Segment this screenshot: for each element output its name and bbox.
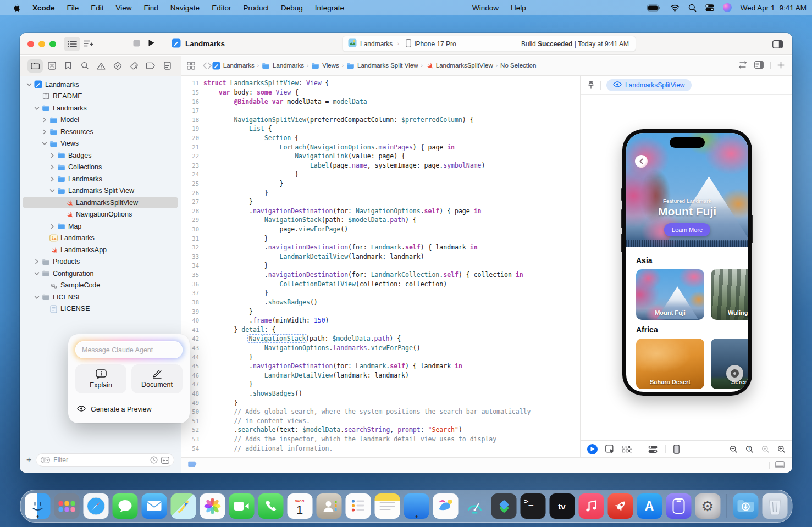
tree-item-badges[interactable]: Badges (20, 149, 181, 162)
dock-messages-icon[interactable] (112, 493, 137, 519)
code-line-16[interactable]: 16 @Bindable var modelData = modelData (181, 97, 580, 106)
dock-facetime-icon[interactable] (229, 493, 254, 519)
tree-item-landmarkssplitview[interactable]: LandmarksSplitView (20, 197, 181, 209)
tree-item-landmarks-split-view[interactable]: Landmarks Split View (20, 185, 181, 197)
code-line-22[interactable]: 22 NavigationLink(value: page) { (181, 152, 580, 161)
inspector-toggle-icon[interactable] (769, 37, 786, 51)
disclosure-closed-icon[interactable] (48, 153, 56, 158)
scheme-pill[interactable]: Landmarks › iPhone 17 Pro Build Succeede… (342, 36, 636, 52)
landmark-card-wulingyuan[interactable]: Wulingyuan (711, 269, 748, 320)
code-line-18[interactable]: 18 NavigationSplitView(preferredCompactC… (181, 115, 580, 124)
code-line-21[interactable]: 21 ForEach(NavigationOptions.mainPages) … (181, 142, 580, 152)
related-items-icon[interactable] (187, 62, 195, 70)
landmark-card-sahara-desert[interactable]: Sahara Desert (636, 339, 704, 389)
siri-icon[interactable] (723, 3, 732, 12)
flag-icon[interactable] (188, 461, 198, 470)
dock-xcode-icon[interactable] (404, 493, 429, 519)
code-line-36[interactable]: 36 CollectionDetailView(collection: coll… (181, 279, 580, 289)
debug-navigator-icon[interactable] (126, 59, 142, 73)
back-button[interactable] (635, 155, 648, 168)
menu-xcode[interactable]: Xcode (26, 4, 61, 12)
control-center-icon[interactable] (705, 3, 714, 12)
add-editor-icon[interactable] (777, 62, 785, 70)
tree-item-samplecode[interactable]: SampleCode (20, 280, 181, 292)
tree-item-views[interactable]: Views (20, 138, 181, 150)
variants-icon[interactable] (622, 446, 632, 453)
tree-item-landmarks[interactable]: Landmarks (20, 173, 181, 185)
breakpoint-navigator-icon[interactable] (143, 59, 158, 73)
disclosure-open-icon[interactable] (33, 106, 41, 111)
disclosure-closed-icon[interactable] (41, 117, 48, 123)
dock-simulator-icon[interactable] (666, 493, 691, 519)
filter-field[interactable]: Filter (36, 453, 174, 467)
tree-item-readme[interactable]: README (20, 91, 181, 103)
preview-target-pill[interactable]: LandmarksSplitView (606, 79, 692, 91)
menu-view[interactable]: View (110, 4, 138, 12)
counterparts-icon[interactable] (738, 61, 748, 70)
source-control-navigator-icon[interactable] (44, 59, 59, 73)
minimize-button[interactable] (38, 41, 45, 47)
disclosure-open-icon[interactable] (33, 271, 41, 276)
code-line-35[interactable]: 35 .navigationDestination(for: LandmarkC… (181, 270, 580, 280)
featured-landmark-hero[interactable]: Featured Landmark Mount Fuji Learn More (626, 133, 748, 247)
disclosure-closed-icon[interactable] (48, 224, 56, 229)
find-navigator-icon[interactable] (77, 59, 92, 73)
issue-navigator-icon[interactable] (93, 59, 109, 73)
jump-crumb-views[interactable]: Views (311, 62, 339, 69)
wifi-icon[interactable] (670, 4, 680, 12)
dock-appstore-icon[interactable]: A (637, 493, 662, 519)
tree-item-landmarks[interactable]: Landmarks (20, 79, 181, 91)
menu-window[interactable]: Window (466, 4, 505, 12)
menu-clock[interactable]: Wed Apr 1 9:41 AM (741, 4, 807, 12)
tree-item-landmarksapp[interactable]: LandmarksApp (20, 244, 181, 256)
recent-files-icon[interactable] (150, 456, 158, 464)
code-line-48[interactable]: 48 .showsBadges() (181, 389, 580, 398)
document-button[interactable]: Document (131, 364, 183, 393)
code-line-41[interactable]: 41 } detail: { (181, 325, 580, 334)
code-line-24[interactable]: 24 } (181, 170, 580, 179)
dock-contacts-icon[interactable] (316, 493, 341, 519)
code-line-50[interactable]: 50 // Adds global search, where the syst… (181, 407, 580, 417)
project-navigator-icon[interactable] (27, 59, 43, 73)
build-status[interactable]: Build Succeeded | Today at 9:41 AM (521, 40, 636, 48)
code-line-11[interactable]: 11struct LandmarksSplitView: View { (181, 79, 580, 88)
menu-integrate[interactable]: Integrate (309, 4, 350, 12)
navigator-toggle-icon[interactable] (64, 37, 80, 51)
code-line-30[interactable]: 30 page.viewForPage() (181, 225, 580, 234)
code-line-15[interactable]: 15 var body: some View { (181, 88, 580, 97)
assistant-sparkle-icon[interactable] (80, 37, 97, 51)
menu-editor[interactable]: Editor (206, 4, 237, 12)
stop-button[interactable] (133, 39, 140, 49)
zoom-out-icon[interactable] (730, 445, 738, 453)
tree-item-collections[interactable]: Collections (20, 162, 181, 174)
code-line-42[interactable]: 42 NavigationStack(path: $modelData.path… (181, 334, 580, 343)
live-preview-icon[interactable] (587, 444, 598, 454)
dock-settings-icon[interactable]: ⚙ (695, 493, 720, 519)
device-icon[interactable] (673, 445, 680, 454)
code-line-38[interactable]: 38 .showsBadges() (181, 298, 580, 307)
code-line-23[interactable]: 23 Label(page.name, systemImage: page.sy… (181, 160, 580, 170)
zoom-actual-icon[interactable]: 1 (745, 445, 754, 453)
run-button[interactable] (148, 39, 155, 49)
menu-edit[interactable]: Edit (85, 4, 109, 12)
code-line-53[interactable]: 53 // Adds the inspector, which the land… (181, 435, 580, 444)
dock-diskspeed-icon[interactable] (462, 493, 487, 519)
tree-item-map[interactable]: Map (20, 220, 181, 232)
code-editor[interactable]: 11struct LandmarksSplitView: View {15 va… (181, 76, 580, 457)
dock-launchpad-icon[interactable] (54, 493, 79, 519)
search-icon[interactable] (688, 4, 697, 12)
jump-crumb-landmarks[interactable]: Landmarks (212, 62, 255, 70)
dock-layers-icon[interactable] (491, 493, 516, 519)
code-line-46[interactable]: 46 LandmarkDetailView(landmark: landmark… (181, 371, 580, 380)
dock-reminders-icon[interactable] (345, 493, 371, 519)
disclosure-open-icon[interactable] (33, 295, 41, 300)
dock-finder-icon[interactable] (25, 493, 50, 519)
code-line-32[interactable]: 32 .navigationDestination(for: Landmark.… (181, 243, 580, 252)
tree-item-model[interactable]: Model (20, 114, 181, 126)
code-line-45[interactable]: 45 .navigationDestination(for: Landmark.… (181, 362, 580, 371)
code-line-28[interactable]: 28 .navigationDestination(for: Navigatio… (181, 207, 580, 216)
tree-item-products[interactable]: Products (20, 256, 181, 268)
dock-trash-icon[interactable] (762, 493, 787, 519)
editor-options-icon[interactable] (754, 61, 764, 70)
close-button[interactable] (27, 41, 34, 47)
